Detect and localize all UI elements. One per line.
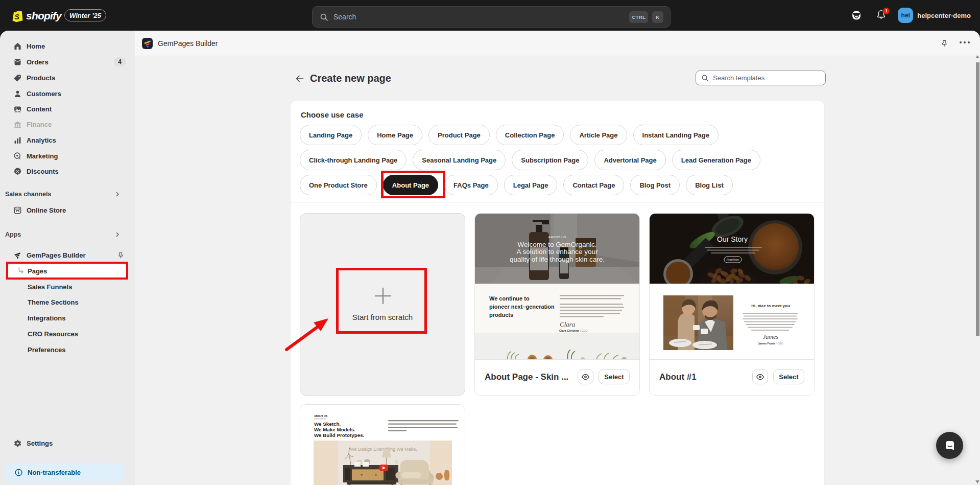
svg-text:ABOUT US: ABOUT US [314,414,328,418]
svg-text:Clara Christine | CEO: Clara Christine | CEO [559,329,588,332]
svg-text:Read More: Read More [727,258,739,261]
svg-text:quality of life through skin c: quality of life through skin care. [510,256,605,263]
svg-text:S: S [14,13,19,21]
svg-text:Welcome to GemOrganic.: Welcome to GemOrganic. [517,241,596,248]
svg-text:Hi, nice to meet you: Hi, nice to meet you [751,304,790,308]
svg-text:We Build Prototypes.: We Build Prototypes. [314,432,365,438]
svg-text:products: products [489,312,513,318]
svg-text:pioneer next–generation: pioneer next–generation [489,304,555,310]
svg-text:James: James [763,333,778,340]
svg-text:We Sketch.: We Sketch. [314,421,341,427]
svg-text:A solution to enhance your: A solution to enhance your [516,248,598,256]
svg-text:Clara: Clara [560,320,576,328]
svg-text:We Make Models.: We Make Models. [314,427,355,432]
svg-text:Our Story: Our Story [717,235,748,243]
svg-text:We continue to: We continue to [489,295,530,302]
svg-text:James Frank / CEO: James Frank / CEO [758,342,784,345]
svg-text:ABOUT US: ABOUT US [548,236,566,239]
